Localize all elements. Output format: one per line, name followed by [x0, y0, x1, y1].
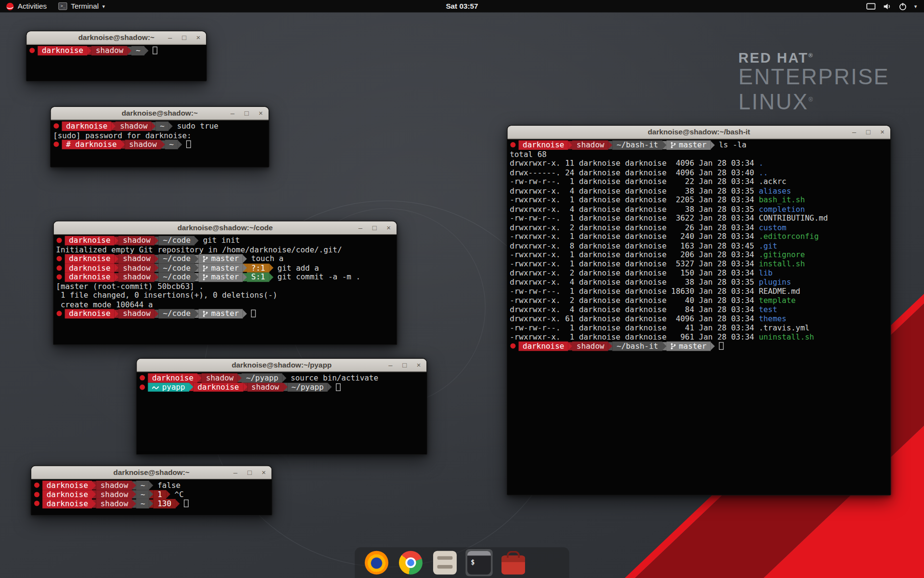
titlebar[interactable]: darknoise@shadow:~–□× [26, 31, 206, 45]
redhat-prompt-icon [53, 142, 59, 147]
terminal-content[interactable]: darknoiseshadow~ [26, 45, 206, 81]
prompt-segment-host: shadow [116, 121, 152, 131]
window-title: darknoise@shadow:~/code [178, 223, 273, 232]
minimize-button[interactable]: – [850, 126, 858, 139]
powerline-separator [328, 383, 332, 391]
terminal-content[interactable]: darknoiseshadow~/bash-itmasterls -latota… [507, 139, 890, 495]
terminal-cursor [153, 47, 157, 54]
output-line: [master (root-commit) 50bcb63] . [56, 282, 394, 291]
close-button[interactable]: × [415, 358, 423, 371]
prompt-segment-branch: master [667, 140, 711, 149]
chevron-down-icon: ▾ [914, 3, 917, 9]
prompt-segment-host: shadow [247, 382, 283, 392]
dock-item-firefox[interactable] [363, 549, 390, 576]
close-button[interactable]: × [385, 221, 393, 234]
maximize-button[interactable]: □ [864, 126, 872, 139]
dock-item-terminal[interactable]: $ [465, 549, 492, 576]
command-text: source bin/activate [291, 373, 378, 382]
prompt-segment-path: ~ [132, 46, 145, 55]
terminal-content[interactable]: darknoiseshadow~sudo true[sudo] password… [51, 120, 269, 167]
app-menu-terminal[interactable]: >_ Terminal ▾ [52, 0, 111, 13]
ls-file-name: template [759, 296, 796, 304]
ls-file-name: .travis.yml [759, 323, 809, 332]
clock[interactable]: Sat 03:57 [446, 2, 478, 10]
screen-icon [867, 3, 876, 10]
prompt-line: # darknoiseshadow~ [53, 140, 266, 149]
powerline-separator [269, 264, 273, 272]
maximize-button[interactable]: □ [246, 466, 254, 479]
ls-line-meta: -rw-rw-r--. 1 darknoise darknoise 3622 J… [510, 213, 759, 222]
close-button[interactable]: × [879, 126, 886, 139]
powerline-separator [112, 122, 116, 130]
ls-line-meta: drwxrwxr-x. 61 darknoise darknoise 4096 … [510, 314, 759, 323]
titlebar[interactable]: darknoise@shadow:~/code–□× [53, 221, 397, 235]
terminal-window-pyapp[interactable]: darknoise@shadow:~/pyapp–□×darknoiseshad… [136, 358, 427, 455]
close-button[interactable]: × [194, 31, 202, 44]
powerline-separator [243, 255, 247, 263]
prompt-segment-user: darknoise [42, 481, 92, 490]
titlebar[interactable]: darknoise@shadow:~/pyapp–□× [137, 358, 426, 372]
dock-item-toolbox[interactable] [500, 552, 526, 574]
maximize-button[interactable]: □ [371, 221, 378, 234]
minimize-button[interactable]: – [231, 466, 239, 479]
dock-item-appgrid[interactable] [534, 549, 561, 576]
ls-line-meta: drwxrwxr-x. 4 darknoise darknoise 38 Jan… [510, 204, 759, 213]
prompt-line: pyappdarknoiseshadow~/pyapp [139, 382, 424, 392]
titlebar[interactable]: darknoise@shadow:~–□× [51, 107, 269, 120]
powerline-separator [132, 499, 137, 508]
terminal-app-icon: >_ [59, 2, 67, 10]
prompt-segment-exit: 130 [154, 499, 176, 508]
maximize-button[interactable]: □ [243, 107, 250, 120]
ls-file-name: .gitignore [759, 250, 805, 259]
powerline-separator [176, 499, 180, 508]
chrome-icon [399, 551, 423, 575]
redhat-prompt-icon [34, 483, 39, 488]
window-title: darknoise@shadow:~ [114, 468, 190, 476]
minimize-button[interactable]: – [357, 221, 364, 234]
terminal-content[interactable]: darknoiseshadow~falsedarknoiseshadow~1^C… [31, 480, 272, 515]
powerline-separator [132, 490, 137, 499]
terminal-window-bash-it[interactable]: darknoise@shadow:~/bash-it–□×darknoisesh… [507, 125, 891, 496]
redhat-prompt-icon [53, 123, 59, 129]
powerline-separator [283, 383, 287, 391]
dock-item-files[interactable] [431, 549, 458, 576]
prompt-segment-path: ~/code [159, 254, 195, 263]
ls-line: drwxrwxr-x. 2 darknoise darknoise 150 Ja… [510, 268, 888, 277]
activities-button[interactable]: Activities [0, 0, 52, 13]
titlebar[interactable]: darknoise@shadow:~–□× [31, 466, 272, 479]
toolbox-icon [501, 555, 525, 574]
maximize-button[interactable]: □ [180, 31, 188, 44]
git-branch-icon [670, 142, 676, 149]
terminal-content[interactable]: darknoiseshadow~/pyappsource bin/activat… [137, 372, 426, 454]
minimize-button[interactable]: – [386, 358, 394, 371]
redhat-prompt-icon [510, 343, 515, 349]
minimize-button[interactable]: – [166, 31, 174, 44]
close-button[interactable]: × [257, 107, 265, 120]
ls-line-meta: -rwxrwxr-x. 1 darknoise darknoise 206 Ja… [510, 250, 759, 259]
system-status-area[interactable]: ▾ [863, 0, 920, 13]
terminal-window-code[interactable]: darknoise@shadow:~/code–□×darknoiseshado… [53, 221, 397, 345]
prompt-segment-path: ~ [156, 121, 169, 131]
minimize-button[interactable]: – [229, 107, 236, 120]
titlebar[interactable]: darknoise@shadow:~/bash-it–□× [507, 126, 890, 139]
ls-file-name: install.sh [759, 259, 805, 268]
close-button[interactable]: × [260, 466, 268, 479]
terminal-window-home-2[interactable]: darknoise@shadow:~–□×darknoiseshadow~sud… [50, 106, 270, 167]
registered-mark: ® [808, 96, 814, 103]
powerline-separator [195, 255, 199, 263]
terminal-content[interactable]: darknoiseshadow~/codegit initInitialized… [53, 235, 397, 344]
ls-line: -rw-rw-r--. 1 darknoise darknoise 3622 J… [510, 213, 888, 223]
window-buttons: –□× [166, 31, 202, 44]
ls-line: drwxrwxr-x. 61 darknoise darknoise 4096 … [510, 314, 888, 323]
app-grid-icon [536, 551, 559, 575]
terminal-window-home-1[interactable]: darknoise@shadow:~–□×darknoiseshadow~ [26, 31, 207, 81]
powerline-separator [115, 273, 119, 281]
dock-item-chrome[interactable] [397, 549, 424, 576]
prompt-line: darknoiseshadow~/codemaster?:1git add a [56, 263, 394, 273]
prompt-segment-path: ~/pyapp [242, 373, 282, 382]
window-title: darknoise@shadow:~ [78, 34, 154, 42]
ls-file-name: uninstall.sh [759, 332, 814, 341]
maximize-button[interactable]: □ [401, 358, 409, 371]
terminal-window-home-3[interactable]: darknoise@shadow:~–□×darknoiseshadow~fal… [31, 465, 272, 515]
ls-line: -rwxrwxr-x. 1 darknoise darknoise 2205 J… [510, 195, 888, 204]
